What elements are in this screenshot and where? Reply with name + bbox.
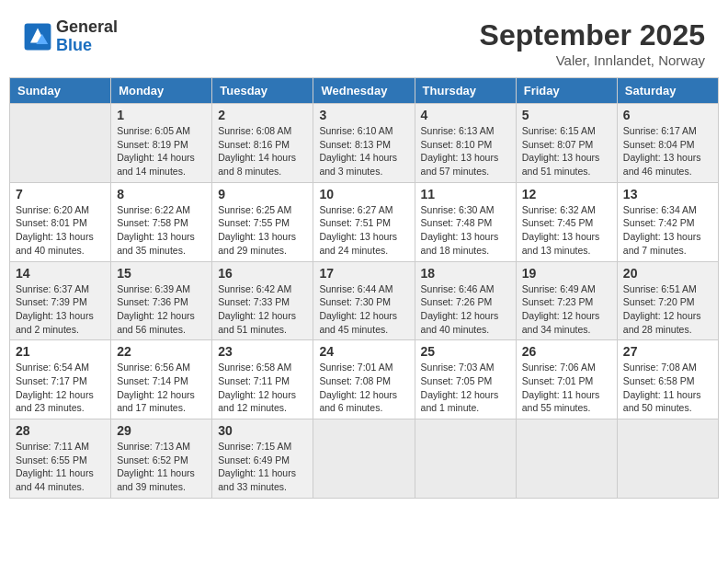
day-number: 20 bbox=[623, 266, 712, 281]
calendar-day-cell: 11Sunrise: 6:30 AM Sunset: 7:48 PM Dayli… bbox=[415, 182, 516, 261]
calendar-day-cell: 9Sunrise: 6:25 AM Sunset: 7:55 PM Daylig… bbox=[212, 182, 313, 261]
day-number: 17 bbox=[319, 266, 408, 281]
calendar-day-cell: 7Sunrise: 6:20 AM Sunset: 8:01 PM Daylig… bbox=[10, 182, 111, 261]
day-number: 22 bbox=[117, 344, 206, 359]
calendar-day-cell: 24Sunrise: 7:01 AM Sunset: 7:08 PM Dayli… bbox=[313, 340, 415, 419]
calendar-day-cell bbox=[10, 104, 111, 183]
day-info: Sunrise: 7:11 AM Sunset: 6:55 PM Dayligh… bbox=[16, 440, 105, 494]
calendar-day-cell: 23Sunrise: 6:58 AM Sunset: 7:11 PM Dayli… bbox=[212, 340, 313, 419]
day-number: 30 bbox=[218, 423, 307, 438]
day-number: 27 bbox=[623, 344, 712, 359]
day-number: 3 bbox=[319, 108, 408, 122]
day-info: Sunrise: 6:30 AM Sunset: 7:48 PM Dayligh… bbox=[421, 203, 510, 258]
calendar-day-cell: 21Sunrise: 6:54 AM Sunset: 7:17 PM Dayli… bbox=[10, 340, 111, 419]
calendar-day-cell: 19Sunrise: 6:49 AM Sunset: 7:23 PM Dayli… bbox=[516, 261, 617, 340]
day-number: 23 bbox=[218, 344, 307, 359]
calendar-day-cell: 30Sunrise: 7:15 AM Sunset: 6:49 PM Dayli… bbox=[212, 419, 313, 499]
day-number: 24 bbox=[319, 344, 408, 359]
day-info: Sunrise: 6:51 AM Sunset: 7:20 PM Dayligh… bbox=[623, 282, 712, 337]
weekday-header-wednesday: Wednesday bbox=[313, 78, 415, 104]
weekday-header-sunday: Sunday bbox=[10, 78, 111, 104]
day-info: Sunrise: 6:25 AM Sunset: 7:55 PM Dayligh… bbox=[218, 203, 307, 258]
day-info: Sunrise: 6:56 AM Sunset: 7:14 PM Dayligh… bbox=[117, 361, 206, 415]
calendar-week-row: 7Sunrise: 6:20 AM Sunset: 8:01 PM Daylig… bbox=[10, 182, 719, 261]
day-info: Sunrise: 7:06 AM Sunset: 7:01 PM Dayligh… bbox=[522, 361, 611, 415]
calendar-day-cell: 27Sunrise: 7:08 AM Sunset: 6:58 PM Dayli… bbox=[617, 340, 718, 419]
weekday-header-row: SundayMondayTuesdayWednesdayThursdayFrid… bbox=[10, 78, 719, 104]
day-info: Sunrise: 6:08 AM Sunset: 8:16 PM Dayligh… bbox=[218, 124, 307, 178]
day-info: Sunrise: 7:13 AM Sunset: 6:52 PM Dayligh… bbox=[117, 440, 206, 494]
weekday-header-friday: Friday bbox=[516, 78, 617, 104]
calendar-day-cell: 10Sunrise: 6:27 AM Sunset: 7:51 PM Dayli… bbox=[313, 182, 415, 261]
calendar-day-cell: 18Sunrise: 6:46 AM Sunset: 7:26 PM Dayli… bbox=[415, 261, 516, 340]
calendar-day-cell bbox=[617, 419, 718, 499]
day-info: Sunrise: 6:15 AM Sunset: 8:07 PM Dayligh… bbox=[522, 124, 611, 178]
day-number: 18 bbox=[421, 266, 510, 281]
calendar-week-row: 1Sunrise: 6:05 AM Sunset: 8:19 PM Daylig… bbox=[10, 104, 719, 183]
day-info: Sunrise: 6:17 AM Sunset: 8:04 PM Dayligh… bbox=[623, 124, 712, 178]
day-number: 21 bbox=[16, 344, 105, 359]
calendar-table: SundayMondayTuesdayWednesdayThursdayFrid… bbox=[9, 77, 719, 499]
calendar-day-cell bbox=[415, 419, 516, 499]
day-number: 5 bbox=[522, 108, 611, 122]
calendar-day-cell: 16Sunrise: 6:42 AM Sunset: 7:33 PM Dayli… bbox=[212, 261, 313, 340]
weekday-header-thursday: Thursday bbox=[415, 78, 516, 104]
calendar-day-cell: 26Sunrise: 7:06 AM Sunset: 7:01 PM Dayli… bbox=[516, 340, 617, 419]
day-info: Sunrise: 7:08 AM Sunset: 6:58 PM Dayligh… bbox=[623, 361, 712, 415]
day-number: 29 bbox=[117, 423, 206, 438]
day-number: 11 bbox=[421, 187, 510, 201]
calendar-day-cell: 12Sunrise: 6:32 AM Sunset: 7:45 PM Dayli… bbox=[516, 182, 617, 261]
day-info: Sunrise: 7:03 AM Sunset: 7:05 PM Dayligh… bbox=[421, 361, 510, 415]
day-number: 7 bbox=[16, 187, 105, 201]
day-info: Sunrise: 6:20 AM Sunset: 8:01 PM Dayligh… bbox=[16, 203, 105, 258]
day-number: 6 bbox=[623, 108, 712, 122]
calendar-day-cell: 28Sunrise: 7:11 AM Sunset: 6:55 PM Dayli… bbox=[10, 419, 111, 499]
logo-icon bbox=[23, 22, 52, 52]
day-number: 8 bbox=[117, 187, 206, 201]
calendar-week-row: 28Sunrise: 7:11 AM Sunset: 6:55 PM Dayli… bbox=[10, 419, 719, 499]
day-info: Sunrise: 6:54 AM Sunset: 7:17 PM Dayligh… bbox=[16, 361, 105, 415]
calendar-day-cell: 8Sunrise: 6:22 AM Sunset: 7:58 PM Daylig… bbox=[111, 182, 212, 261]
calendar-day-cell: 1Sunrise: 6:05 AM Sunset: 8:19 PM Daylig… bbox=[111, 104, 212, 183]
day-number: 10 bbox=[319, 187, 408, 201]
logo-blue: Blue bbox=[56, 37, 118, 55]
day-info: Sunrise: 6:42 AM Sunset: 7:33 PM Dayligh… bbox=[218, 282, 307, 337]
calendar-day-cell: 25Sunrise: 7:03 AM Sunset: 7:05 PM Dayli… bbox=[415, 340, 516, 419]
day-number: 15 bbox=[117, 266, 206, 281]
day-number: 19 bbox=[522, 266, 611, 281]
day-info: Sunrise: 6:22 AM Sunset: 7:58 PM Dayligh… bbox=[117, 203, 206, 258]
calendar-day-cell bbox=[313, 419, 415, 499]
calendar-day-cell: 29Sunrise: 7:13 AM Sunset: 6:52 PM Dayli… bbox=[111, 419, 212, 499]
day-number: 25 bbox=[421, 344, 510, 359]
calendar-day-cell: 13Sunrise: 6:34 AM Sunset: 7:42 PM Dayli… bbox=[617, 182, 718, 261]
location: Valer, Innlandet, Norway bbox=[480, 52, 705, 68]
calendar-day-cell: 22Sunrise: 6:56 AM Sunset: 7:14 PM Dayli… bbox=[111, 340, 212, 419]
day-number: 1 bbox=[117, 108, 206, 122]
calendar-day-cell: 15Sunrise: 6:39 AM Sunset: 7:36 PM Dayli… bbox=[111, 261, 212, 340]
day-info: Sunrise: 6:32 AM Sunset: 7:45 PM Dayligh… bbox=[522, 203, 611, 258]
month-title: September 2025 bbox=[480, 18, 705, 52]
day-info: Sunrise: 6:49 AM Sunset: 7:23 PM Dayligh… bbox=[522, 282, 611, 337]
day-number: 14 bbox=[16, 266, 105, 281]
day-info: Sunrise: 6:13 AM Sunset: 8:10 PM Dayligh… bbox=[421, 124, 510, 178]
calendar-day-cell: 20Sunrise: 6:51 AM Sunset: 7:20 PM Dayli… bbox=[617, 261, 718, 340]
calendar-day-cell: 14Sunrise: 6:37 AM Sunset: 7:39 PM Dayli… bbox=[10, 261, 111, 340]
calendar-week-row: 21Sunrise: 6:54 AM Sunset: 7:17 PM Dayli… bbox=[10, 340, 719, 419]
calendar-day-cell bbox=[516, 419, 617, 499]
day-info: Sunrise: 6:39 AM Sunset: 7:36 PM Dayligh… bbox=[117, 282, 206, 337]
day-number: 2 bbox=[218, 108, 307, 122]
day-number: 26 bbox=[522, 344, 611, 359]
day-number: 16 bbox=[218, 266, 307, 281]
day-info: Sunrise: 7:01 AM Sunset: 7:08 PM Dayligh… bbox=[319, 361, 408, 415]
calendar-day-cell: 17Sunrise: 6:44 AM Sunset: 7:30 PM Dayli… bbox=[313, 261, 415, 340]
day-number: 28 bbox=[16, 423, 105, 438]
logo: General Blue bbox=[23, 18, 118, 55]
day-info: Sunrise: 6:46 AM Sunset: 7:26 PM Dayligh… bbox=[421, 282, 510, 337]
calendar-day-cell: 6Sunrise: 6:17 AM Sunset: 8:04 PM Daylig… bbox=[617, 104, 718, 183]
day-number: 12 bbox=[522, 187, 611, 201]
day-info: Sunrise: 6:05 AM Sunset: 8:19 PM Dayligh… bbox=[117, 124, 206, 178]
day-number: 4 bbox=[421, 108, 510, 122]
page-header: General Blue September 2025 Valer, Innla… bbox=[9, 9, 719, 73]
day-info: Sunrise: 6:34 AM Sunset: 7:42 PM Dayligh… bbox=[623, 203, 712, 258]
day-info: Sunrise: 6:37 AM Sunset: 7:39 PM Dayligh… bbox=[16, 282, 105, 337]
